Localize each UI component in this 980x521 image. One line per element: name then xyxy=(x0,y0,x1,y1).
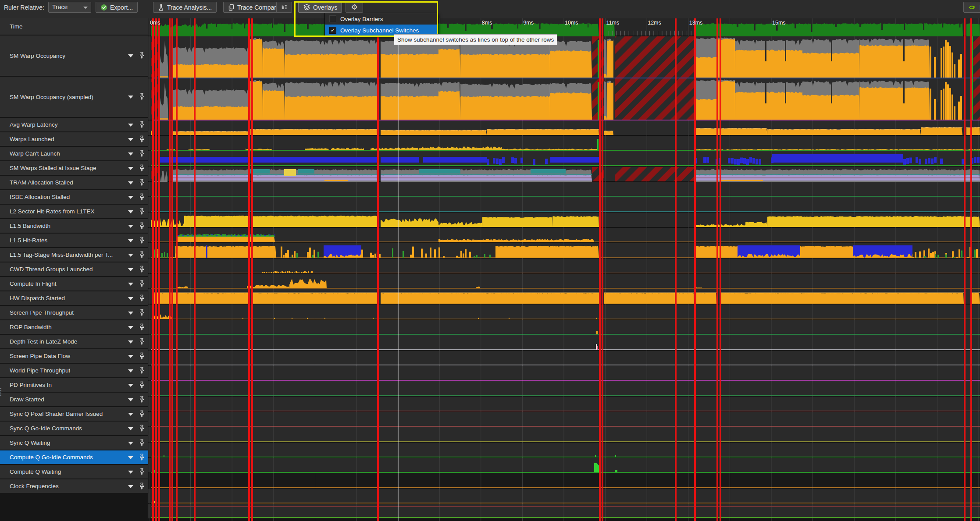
sidebar-row-draw-started[interactable]: Draw Started xyxy=(0,393,148,407)
timeline-canvas[interactable]: 0ms8ms9ms10ms11ms12ms13ms15ms xyxy=(148,18,980,521)
row-pin-icon[interactable] xyxy=(139,135,145,144)
row-pin-icon[interactable] xyxy=(139,251,145,260)
sidebar-row-depth-test-in-latez-mode[interactable]: Depth Test in LateZ Mode xyxy=(0,335,148,349)
row-collapse-icon[interactable] xyxy=(128,138,133,141)
row-pin-icon[interactable] xyxy=(139,396,145,404)
overlays-label: Overlays xyxy=(313,4,337,11)
row-collapse-icon[interactable] xyxy=(128,124,133,127)
row-collapse-icon[interactable] xyxy=(128,196,133,199)
row-collapse-icon[interactable] xyxy=(128,340,133,344)
row-collapse-icon[interactable] xyxy=(128,326,133,329)
sidebar-row-warp-can-t-launch[interactable]: Warp Can't Launch xyxy=(0,147,148,161)
row-pin-icon[interactable] xyxy=(139,439,145,448)
overlay-settings-button[interactable]: ⚙ xyxy=(346,2,363,13)
sidebar-row-rop-bandwidth[interactable]: ROP Bandwidth xyxy=(0,320,148,335)
sidebar-row-clock-frequencies[interactable]: Clock Frequencies xyxy=(0,479,148,494)
nvidia-developer-button[interactable]: D xyxy=(963,2,980,13)
sidebar-row-hw-dispatch-started[interactable]: HW Dispatch Started xyxy=(0,291,148,306)
sidebar-row-sync-q-go-idle-commands[interactable]: Sync Q Go-Idle Commands xyxy=(0,422,148,436)
menu-item-overlay-barriers[interactable]: Overlay Barriers xyxy=(325,13,438,25)
row-pin-icon[interactable] xyxy=(139,150,145,159)
row-collapse-icon[interactable] xyxy=(128,384,133,387)
sidebar-row-screen-pipe-data-flow[interactable]: Screen Pipe Data Flow xyxy=(0,349,148,364)
row-pin-icon[interactable] xyxy=(139,381,145,390)
row-collapse-icon[interactable] xyxy=(128,369,133,372)
row-pin-icon[interactable] xyxy=(139,208,145,216)
row-pin-icon[interactable] xyxy=(139,52,145,60)
row-organizer-button[interactable] xyxy=(276,2,292,13)
row-collapse-icon[interactable] xyxy=(128,413,133,416)
row-collapse-icon[interactable] xyxy=(128,268,133,271)
sidebar-row-l2-sector-hit-rates-from-l1tex[interactable]: L2 Sector Hit-Rates from L1TEX xyxy=(0,205,148,219)
row-pin-icon[interactable] xyxy=(139,222,145,231)
row-label: HW Dispatch Started xyxy=(0,295,65,301)
row-drag-handle[interactable]: •••• xyxy=(0,388,2,397)
row-label: Sync Q Pixel Shader Barrier Issued xyxy=(0,411,103,417)
row-collapse-icon[interactable] xyxy=(128,239,133,242)
sidebar-row-warps-launched[interactable]: Warps Launched xyxy=(0,132,148,147)
ruler-relative-select[interactable]: Trace xyxy=(48,2,91,13)
row-pin-icon[interactable] xyxy=(139,179,145,188)
sidebar-row-l1-5-tag-stage-miss-bandwidth-per-t-[interactable]: L1.5 Tag-Stage Miss-Bandwidth per T... xyxy=(0,248,148,262)
row-pin-icon[interactable] xyxy=(139,468,145,477)
export-button[interactable]: Export... xyxy=(96,2,138,13)
sidebar-row-isbe-allocation-stalled[interactable]: ISBE Allocation Stalled xyxy=(0,190,148,205)
row-collapse-icon[interactable] xyxy=(128,210,133,213)
sidebar-row-cwd-thread-groups-launched[interactable]: CWD Thread Groups Launched xyxy=(0,262,148,277)
row-label: Draw Started xyxy=(0,396,44,403)
row-collapse-icon[interactable] xyxy=(128,225,133,228)
sidebar-row-compute-q-go-idle-commands[interactable]: Compute Q Go-Idle Commands xyxy=(0,450,148,465)
row-collapse-icon[interactable] xyxy=(128,152,133,156)
sidebar-row-tram-allocation-stalled[interactable]: TRAM Allocation Stalled xyxy=(0,176,148,190)
row-pin-icon[interactable] xyxy=(139,294,145,303)
sidebar-row-l1-5-hit-rates[interactable]: L1.5 Hit-Rates xyxy=(0,234,148,248)
row-collapse-icon[interactable] xyxy=(128,427,133,430)
sidebar-row-time[interactable]: Time xyxy=(0,18,148,35)
row-collapse-icon[interactable] xyxy=(128,312,133,315)
row-collapse-icon[interactable] xyxy=(128,54,133,57)
sidebar-row-sm-warp-occupancy-sampled-[interactable]: SM Warp Occupancy (sampled) xyxy=(0,77,148,118)
row-pin-icon[interactable] xyxy=(139,93,145,102)
row-collapse-icon[interactable] xyxy=(128,456,133,459)
row-collapse-icon[interactable] xyxy=(128,181,133,184)
trace-analysis-button[interactable]: Trace Analysis... xyxy=(153,2,217,13)
sidebar-row-screen-pipe-throughput[interactable]: Screen Pipe Throughput xyxy=(0,306,148,320)
row-collapse-icon[interactable] xyxy=(128,471,133,474)
sidebar-row-compute-in-flight[interactable]: Compute In Flight xyxy=(0,277,148,291)
row-pin-icon[interactable] xyxy=(139,121,145,130)
sidebar-row-avg-warp-latency[interactable]: Avg Warp Latency xyxy=(0,118,148,132)
row-pin-icon[interactable] xyxy=(139,266,145,274)
row-collapse-icon[interactable] xyxy=(128,442,133,445)
sidebar-row-compute-q-waiting[interactable]: Compute Q Waiting xyxy=(0,465,148,479)
row-collapse-icon[interactable] xyxy=(128,254,133,257)
row-collapse-icon[interactable] xyxy=(128,398,133,401)
row-pin-icon[interactable] xyxy=(139,425,145,433)
row-pin-icon[interactable] xyxy=(139,164,145,173)
row-pin-icon[interactable] xyxy=(139,367,145,376)
sidebar-row-world-pipe-throughput[interactable]: World Pipe Throughput xyxy=(0,364,148,378)
row-collapse-icon[interactable] xyxy=(128,283,133,286)
row-collapse-icon[interactable] xyxy=(128,485,133,488)
row-pin-icon[interactable] xyxy=(139,410,145,419)
row-pin-icon[interactable] xyxy=(139,309,145,318)
row-collapse-icon[interactable] xyxy=(128,96,133,99)
overlays-button[interactable]: Overlays xyxy=(298,2,342,13)
row-pin-icon[interactable] xyxy=(139,193,145,202)
sidebar-row-pd-primitives-in[interactable]: PD Primitives In xyxy=(0,378,148,393)
ruler-relative-value: Trace xyxy=(52,4,68,11)
sidebar-row-sync-q-pixel-shader-barrier-issued[interactable]: Sync Q Pixel Shader Barrier Issued xyxy=(0,407,148,422)
row-pin-icon[interactable] xyxy=(139,352,145,361)
sidebar-row-sm-warps-stalled-at-issue-stage[interactable]: SM Warps Stalled at Issue Stage xyxy=(0,161,148,176)
row-pin-icon[interactable] xyxy=(139,482,145,491)
sidebar-row-sm-warp-occupancy[interactable]: SM Warp Occupancy xyxy=(0,35,148,77)
row-pin-icon[interactable] xyxy=(139,454,145,462)
row-collapse-icon[interactable] xyxy=(128,167,133,170)
row-pin-icon[interactable] xyxy=(139,338,145,347)
row-collapse-icon[interactable] xyxy=(128,297,133,300)
sidebar-row-l1-5-bandwidth[interactable]: L1.5 Bandwidth xyxy=(0,219,148,234)
row-pin-icon[interactable] xyxy=(139,237,145,245)
row-collapse-icon[interactable] xyxy=(128,355,133,358)
row-pin-icon[interactable] xyxy=(139,280,145,289)
sidebar-row-sync-q-waiting[interactable]: Sync Q Waiting xyxy=(0,436,148,450)
row-pin-icon[interactable] xyxy=(139,323,145,332)
